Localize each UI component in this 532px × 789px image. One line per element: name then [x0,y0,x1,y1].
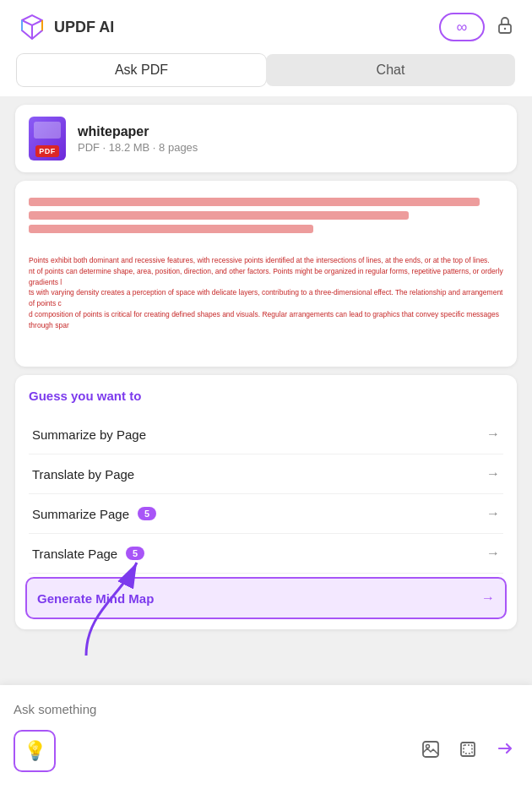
preview-text-line-3: ts with varying density creates a percep… [29,287,503,309]
suggestion-translate-by-page[interactable]: Translate by Page → [29,454,503,494]
file-meta: PDF · 18.2 MB · 8 pages [78,141,198,154]
image-button[interactable] [417,736,444,767]
input-area: 💡 [0,685,532,789]
summarize-page-badge: 5 [138,507,156,520]
crop-button[interactable] [454,736,481,767]
tab-bar: Ask PDF Chat [0,54,532,96]
suggestion-generate-mind-map[interactable]: Generate Mind Map → [25,577,507,619]
header-actions: ∞ [439,13,515,41]
suggestions-title: Guess you want to [29,389,503,403]
infinity-icon: ∞ [457,19,468,36]
updf-logo-icon [17,12,47,42]
suggestion-label-1: Summarize by Page [32,427,146,442]
app-title: UPDF AI [54,19,114,36]
preview-text-line-1: Points exhibit both dominant and recessi… [29,255,503,266]
svg-rect-7 [464,745,472,754]
suggestion-left-3: Summarize Page 5 [32,507,156,521]
ask-input[interactable] [14,695,518,723]
pdf-type-label: PDF [35,145,59,157]
arrow-icon-5: → [481,590,495,606]
image-icon [421,739,441,759]
svg-rect-4 [423,742,438,757]
lightbulb-button[interactable]: 💡 [14,730,56,772]
arrow-icon-1: → [486,427,500,442]
preview-text: Points exhibit both dominant and recessi… [15,255,517,330]
tab-ask-pdf[interactable]: Ask PDF [17,54,266,86]
suggestion-label-5: Generate Mind Map [37,591,154,606]
suggestions-panel: Guess you want to Summarize by Page → Tr… [15,375,517,629]
suggestion-label-3: Summarize Page [32,507,129,521]
arrow-icon-3: → [486,506,500,521]
preview-content [15,181,517,255]
suggestion-translate-page[interactable]: Translate Page 5 → [29,534,503,574]
crop-icon [458,739,478,759]
send-button[interactable] [491,735,518,767]
send-icon [495,738,515,759]
file-info: whitepaper PDF · 18.2 MB · 8 pages [78,124,198,154]
tab-chat[interactable]: Chat [266,54,515,86]
pdf-icon: PDF [29,117,66,161]
svg-point-5 [426,744,430,748]
translate-page-badge: 5 [126,547,144,560]
svg-point-2 [504,27,506,29]
suggestion-left-2: Translate by Page [32,467,134,482]
lightbulb-icon: 💡 [24,740,46,762]
preview-text-line-2: nt of points can determine shape, area, … [29,266,503,288]
lock-button[interactable] [495,15,515,40]
file-name: whitepaper [78,124,198,139]
preview-line-1 [29,198,480,206]
infinity-button[interactable]: ∞ [439,13,485,41]
suggestion-summarize-page[interactable]: Summarize Page 5 → [29,494,503,534]
preview-text-line-4: d composition of points is critical for … [29,309,503,331]
suggestion-label-2: Translate by Page [32,467,134,482]
file-card: PDF whitepaper PDF · 18.2 MB · 8 pages [15,105,517,172]
suggestion-summarize-by-page[interactable]: Summarize by Page → [29,415,503,454]
arrow-icon-4: → [486,546,500,561]
preview-line-2 [29,211,409,220]
suggestion-label-4: Translate Page [32,547,117,561]
input-toolbar: 💡 [14,723,518,772]
logo-area: UPDF AI [17,12,114,42]
lock-icon [495,15,515,35]
arrow-icon-2: → [486,466,500,482]
suggestion-left-4: Translate Page 5 [32,547,144,561]
header: UPDF AI ∞ [0,0,532,54]
preview-line-3 [29,225,313,233]
suggestion-left-1: Summarize by Page [32,427,146,442]
suggestion-left-5: Generate Mind Map [37,591,154,606]
input-row [14,695,518,723]
pdf-preview: Points exhibit both dominant and recessi… [15,181,517,367]
